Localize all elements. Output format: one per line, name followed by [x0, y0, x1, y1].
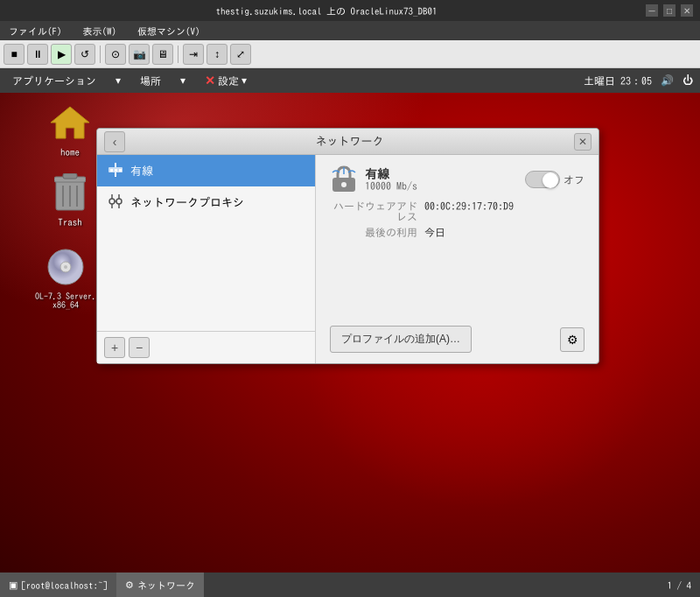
taskbar-right: 1 / 4: [668, 580, 701, 590]
last-used-row: 最後の利用 今日: [330, 227, 584, 237]
network-taskbar-label: ネットワーク: [137, 580, 195, 590]
dialog-list: 有線: [97, 155, 315, 331]
network-dialog: ‹ ネットワーク ✕: [96, 128, 599, 364]
connection-header: 有線 10000 Mb/s オフ: [330, 165, 584, 193]
hardware-address-value: 00:0C:29:17:70:D9: [424, 200, 514, 221]
places-menu[interactable]: 場所: [135, 74, 166, 88]
terminal-icon: ▣: [9, 579, 18, 591]
settings-label: 設定: [218, 75, 239, 86]
toolbar-separator-1: [100, 46, 101, 63]
cd-icon-label: OL-7.3 Server.x86_64: [35, 291, 96, 309]
toggle-thumb: [542, 172, 558, 188]
dialog-titlebar: ‹ ネットワーク ✕: [97, 129, 598, 155]
desktop-icon-home[interactable]: home: [39, 102, 101, 157]
toolbar-btn-4[interactable]: ↺: [74, 44, 95, 65]
toolbar-btn-1[interactable]: ■: [4, 44, 24, 65]
toolbar-separator-2: [178, 46, 178, 63]
settings-x-icon: ✕: [205, 74, 215, 88]
hardware-address-row: ハードウェアアドレス 00:0C:29:17:70:D9: [330, 200, 584, 221]
panel-left: アプリケーション ▾ 場所 ▾ ✕ 設定 ▾: [7, 72, 252, 89]
desktop-icon-cd[interactable]: OL-7.3 Server.x86_64: [35, 246, 96, 309]
gnome-panel: アプリケーション ▾ 場所 ▾ ✕ 設定 ▾ 土曜日 23：05 🔊 ⏻: [0, 68, 700, 93]
power-icon[interactable]: ⏻: [682, 74, 693, 87]
menu-view[interactable]: 表示(W): [80, 25, 121, 38]
toggle-track[interactable]: [525, 171, 560, 188]
trash-icon: [49, 172, 91, 214]
proxy-icon: [108, 193, 123, 211]
list-add-button[interactable]: +: [104, 337, 125, 358]
settings-arrow: ▾: [242, 74, 247, 87]
menu-file[interactable]: ファイル(F): [5, 25, 66, 38]
last-used-label: 最後の利用: [330, 227, 417, 237]
home-icon: [49, 102, 91, 144]
toolbar-btn-8[interactable]: ⇥: [183, 44, 204, 65]
settings-menu[interactable]: ✕ 設定 ▾: [200, 72, 252, 89]
close-button[interactable]: ✕: [681, 4, 693, 17]
toggle-switch[interactable]: オフ: [525, 171, 584, 188]
dialog-body: 有線: [97, 155, 598, 363]
add-profile-button[interactable]: プロファイルの追加(A)…: [330, 326, 472, 353]
toolbar-btn-7[interactable]: 🖥: [152, 44, 173, 65]
desktop-icon-trash[interactable]: Trash: [39, 172, 101, 227]
list-item-wired-label: 有線: [130, 165, 153, 177]
list-item-wired[interactable]: 有線: [97, 155, 315, 186]
taskbar-terminal-item[interactable]: ▣ [root@localhost:~]: [0, 572, 116, 597]
list-item-proxy[interactable]: ネットワークプロキシ: [97, 186, 315, 218]
toolbar-btn-5[interactable]: ⊙: [105, 44, 126, 65]
dialog-right-panel: 有線 10000 Mb/s オフ ハードウェア: [316, 155, 598, 363]
taskbar-network-item[interactable]: ⚙ ネットワーク: [116, 572, 204, 597]
svg-rect-11: [110, 169, 113, 172]
network-taskbar-icon: ⚙: [125, 579, 134, 591]
dialog-title: ネットワーク: [125, 136, 574, 147]
menu-bar: ファイル(F) 表示(W) 仮想マシン(V): [0, 21, 700, 40]
title-bar-title: thestig.suzukims.local 上の OracleLinux73_…: [7, 6, 646, 16]
svg-rect-3: [63, 173, 77, 179]
toolbar-btn-10[interactable]: ⤢: [230, 44, 251, 65]
volume-icon[interactable]: 🔊: [661, 74, 674, 87]
last-used-value: 今日: [424, 227, 445, 237]
svg-point-17: [116, 199, 122, 204]
cd-icon: [45, 246, 87, 288]
list-footer: + −: [97, 331, 315, 363]
dialog-right-footer: プロファイルの追加(A)… ⚙: [330, 326, 584, 353]
title-bar-controls: ─ □ ✕: [646, 4, 693, 17]
list-item-proxy-label: ネットワークプロキシ: [130, 197, 244, 208]
apps-menu[interactable]: アプリケーション: [7, 74, 102, 88]
wired-icon: [108, 162, 123, 179]
svg-point-16: [109, 199, 115, 204]
toolbar-btn-2[interactable]: ⏸: [27, 44, 48, 65]
toolbar-btn-9[interactable]: ↕: [206, 44, 228, 65]
connection-speed: 10000 Mb/s: [365, 180, 417, 191]
connection-name-block: 有線 10000 Mb/s: [365, 168, 417, 191]
taskbar-left: ▣ [root@localhost:~] ⚙ ネットワーク: [0, 572, 204, 597]
dialog-close-button[interactable]: ✕: [574, 133, 592, 151]
svg-point-24: [341, 182, 346, 187]
dialog-back-button[interactable]: ‹: [104, 131, 125, 152]
toolbar-btn-3[interactable]: ▶: [51, 44, 72, 65]
clock: 土曜日 23：05: [584, 75, 652, 86]
dialog-left-panel: 有線: [97, 155, 316, 363]
svg-marker-0: [51, 107, 89, 138]
toolbar: ■ ⏸ ▶ ↺ ⊙ 📷 🖥 ⇥ ↕ ⤢: [0, 40, 700, 68]
list-remove-button[interactable]: −: [129, 337, 150, 358]
title-bar: thestig.suzukims.local 上の OracleLinux73_…: [0, 0, 700, 21]
trash-icon-label: Trash: [39, 217, 101, 227]
settings-gear-button[interactable]: ⚙: [560, 327, 584, 352]
toggle-label: オフ: [564, 174, 584, 185]
desktop: thestig.suzukims.local 上の OracleLinux73_…: [0, 0, 700, 597]
svg-rect-13: [119, 169, 122, 172]
menu-machine[interactable]: 仮想マシン(V): [134, 25, 204, 38]
maximize-button[interactable]: □: [663, 4, 676, 17]
connection-icon: [330, 165, 358, 193]
desktop-area: home Trash: [0, 93, 700, 597]
connection-info: 有線 10000 Mb/s: [330, 165, 417, 193]
minimize-button[interactable]: ─: [646, 4, 658, 17]
page-indicator: 1 / 4: [668, 580, 692, 590]
hardware-address-label: ハードウェアアドレス: [330, 200, 417, 221]
svg-point-9: [64, 265, 67, 269]
toolbar-btn-6[interactable]: 📷: [129, 44, 150, 65]
home-icon-label: home: [39, 147, 101, 157]
svg-rect-12: [115, 169, 117, 172]
taskbar: ▣ [root@localhost:~] ⚙ ネットワーク 1 / 4: [0, 572, 700, 597]
panel-right: 土曜日 23：05 🔊 ⏻: [584, 74, 693, 87]
